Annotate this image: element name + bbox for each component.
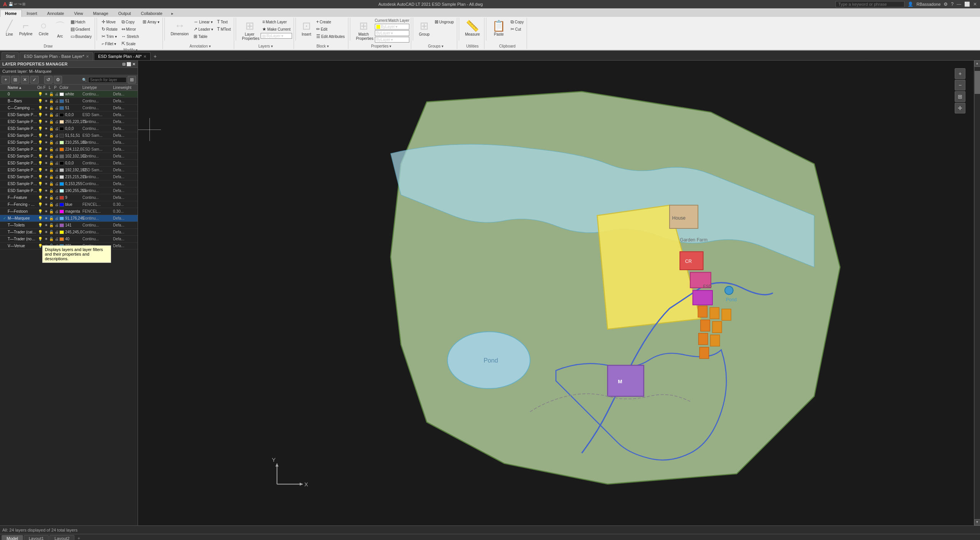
layer-color[interactable]: white bbox=[59, 92, 82, 96]
lpm-maximize[interactable]: ⬜ bbox=[126, 62, 131, 66]
zoom-in-btn[interactable]: + bbox=[955, 68, 965, 79]
layer-freeze[interactable]: ☀ bbox=[43, 126, 49, 131]
layer-on[interactable]: 💡 bbox=[37, 147, 43, 151]
lpm-close[interactable]: ✕ bbox=[132, 62, 135, 66]
layer-lock[interactable]: 🔓 bbox=[49, 168, 54, 172]
layer-print[interactable]: 🖨 bbox=[54, 189, 59, 193]
layer-row[interactable]: ESD Sample Plan - Base Layer$0$Water A..… bbox=[0, 187, 138, 194]
tab-output[interactable]: Output bbox=[113, 10, 136, 17]
layer-lock[interactable]: 🔓 bbox=[49, 133, 54, 138]
group-button[interactable]: ⊞ Group bbox=[416, 18, 432, 38]
layer-color[interactable]: 0,0,0 bbox=[59, 161, 82, 165]
layer-on[interactable]: 💡 bbox=[37, 92, 43, 96]
layer-print[interactable]: 🖨 bbox=[54, 113, 59, 117]
layer-color[interactable]: 0,0,0 bbox=[59, 126, 82, 131]
layer-on[interactable]: 💡 bbox=[37, 161, 43, 165]
layer-lock[interactable]: 🔓 bbox=[49, 202, 54, 207]
layer-on[interactable]: 💡 bbox=[37, 195, 43, 200]
layer-on[interactable]: 💡 bbox=[37, 126, 43, 131]
scale-button[interactable]: ⇱ Scale bbox=[120, 40, 141, 47]
layer-freeze[interactable]: ☀ bbox=[43, 195, 49, 200]
layer-lock[interactable]: 🔓 bbox=[49, 182, 54, 186]
layer-on[interactable]: 💡 bbox=[37, 216, 43, 220]
layer-row[interactable]: F—Fencing - Heras💡☀🔓🖨blueFENCEL...0.30..… bbox=[0, 201, 138, 208]
layer-row[interactable]: C—Camping Hatch💡☀🔓🖨51Continu...Defa... bbox=[0, 105, 138, 112]
doc-tab-add[interactable]: + bbox=[151, 53, 159, 60]
ribbon-more[interactable]: ▸ bbox=[169, 10, 176, 17]
leader-button[interactable]: ↗ Leader ▾ bbox=[192, 26, 215, 33]
layer-print[interactable]: 🖨 bbox=[54, 216, 59, 220]
lpm-dock-left[interactable]: ⊟ bbox=[122, 62, 125, 66]
layer-print[interactable]: 🖨 bbox=[54, 140, 59, 144]
layer-row[interactable]: ESD Sample Plan - Base Layer$0$Landform💡… bbox=[0, 146, 138, 153]
settings-btn[interactable]: ⚙ bbox=[54, 76, 62, 84]
model-tab[interactable]: Model bbox=[2, 535, 23, 540]
scroll-down-btn[interactable]: ▾ bbox=[974, 519, 980, 525]
match-layer-button[interactable]: ≡ Match Layer bbox=[261, 18, 292, 25]
layer-color[interactable]: blue bbox=[59, 202, 82, 207]
layer-on[interactable]: 💡 bbox=[37, 237, 43, 241]
doc-tab-all-close[interactable]: ✕ bbox=[143, 54, 146, 59]
layer-print[interactable]: 🖨 bbox=[54, 92, 59, 96]
layer-row[interactable]: T—Trader (non food)💡☀🔓🖨40Continu...Defa.… bbox=[0, 236, 138, 243]
scroll-thumb[interactable] bbox=[975, 71, 980, 94]
layer-color[interactable]: magenta bbox=[59, 209, 82, 213]
col-name[interactable]: Name ▴ bbox=[8, 85, 37, 90]
layer-row[interactable]: ESD Sample Plan - Base Layer$0$Networ...… bbox=[0, 167, 138, 174]
layer-color[interactable]: 0,153,255 bbox=[59, 182, 82, 186]
layer-lock[interactable]: 🔓 bbox=[49, 154, 54, 158]
layer-lock[interactable]: 🔓 bbox=[49, 230, 54, 234]
layer-lock[interactable]: 🔓 bbox=[49, 161, 54, 165]
scroll-up-btn[interactable]: ▴ bbox=[974, 61, 980, 67]
layer-color[interactable]: 215,215,215 bbox=[59, 175, 82, 179]
tab-view[interactable]: View bbox=[69, 10, 88, 17]
copy-clip-button[interactable]: ⧉ Copy bbox=[509, 18, 525, 25]
cut-button[interactable]: ✂ Cut bbox=[509, 26, 525, 33]
layer-print[interactable]: 🖨 bbox=[54, 182, 59, 186]
close-button[interactable]: ✕ bbox=[973, 2, 977, 7]
set-current-btn[interactable]: ✓ bbox=[30, 76, 39, 84]
layer-lock[interactable]: 🔓 bbox=[49, 147, 54, 151]
insert-block-button[interactable]: ⊡ Insert bbox=[299, 18, 314, 38]
layout1-tab[interactable]: Layout1 bbox=[24, 535, 49, 540]
layer-lock[interactable]: 🔓 bbox=[49, 189, 54, 193]
layer-freeze[interactable]: ☀ bbox=[43, 106, 49, 110]
layer-print[interactable]: 🖨 bbox=[54, 168, 59, 172]
zoom-extent-btn[interactable]: ⊞ bbox=[955, 91, 965, 102]
layer-freeze[interactable]: ☀ bbox=[43, 99, 49, 103]
make-current-button[interactable]: ★ Make Current bbox=[261, 26, 292, 33]
mirror-button[interactable]: ⇔ Mirror bbox=[120, 26, 141, 33]
layer-lock[interactable]: 🔓 bbox=[49, 113, 54, 117]
layer-freeze[interactable]: ☀ bbox=[43, 189, 49, 193]
help-icon[interactable]: ? bbox=[951, 2, 954, 7]
table-button[interactable]: ⊞ Table bbox=[192, 33, 215, 40]
layer-freeze[interactable]: ☀ bbox=[43, 113, 49, 117]
layer-color[interactable]: 40 bbox=[59, 237, 82, 241]
move-button[interactable]: ✛ Move bbox=[100, 18, 119, 25]
layer-on[interactable]: 💡 bbox=[37, 106, 43, 110]
layer-color[interactable]: 224,112,0 bbox=[59, 147, 82, 151]
layer-print[interactable]: 🖨 bbox=[54, 161, 59, 165]
paste-button[interactable]: 📋 Paste bbox=[489, 18, 508, 38]
layer-row[interactable]: F—Feature💡☀🔓🖨9Continu...Defa... bbox=[0, 194, 138, 201]
line-button[interactable]: ╱ Line bbox=[3, 18, 16, 38]
layer-lock[interactable]: 🔓 bbox=[49, 120, 54, 124]
layer-row[interactable]: ESD Sample Plan - Base Layer$0$Landfor..… bbox=[0, 153, 138, 160]
tab-annotate[interactable]: Annotate bbox=[42, 10, 69, 17]
create-block-button[interactable]: + Create bbox=[315, 18, 346, 25]
layer-freeze[interactable]: ☀ bbox=[43, 209, 49, 213]
layer-print[interactable]: 🖨 bbox=[54, 223, 59, 227]
layer-color[interactable]: 255,220,175 bbox=[59, 120, 82, 124]
boundary-button[interactable]: ▭ Boundary bbox=[69, 33, 94, 40]
layer-print[interactable]: 🖨 bbox=[54, 99, 59, 103]
layer-on[interactable]: 💡 bbox=[37, 140, 43, 144]
layer-color[interactable]: 51 bbox=[59, 106, 82, 110]
hatch-button[interactable]: ▦ Hatch bbox=[69, 18, 94, 25]
layer-color[interactable]: 190,255,255 bbox=[59, 189, 82, 193]
layer-on[interactable]: 💡 bbox=[37, 113, 43, 117]
circle-button[interactable]: ○ Circle bbox=[36, 18, 51, 37]
layer-lock[interactable]: 🔓 bbox=[49, 223, 54, 227]
array-button[interactable]: ⊞ Array ▾ bbox=[141, 18, 161, 25]
layer-print[interactable]: 🖨 bbox=[54, 202, 59, 207]
layer-lock[interactable]: 🔓 bbox=[49, 106, 54, 110]
